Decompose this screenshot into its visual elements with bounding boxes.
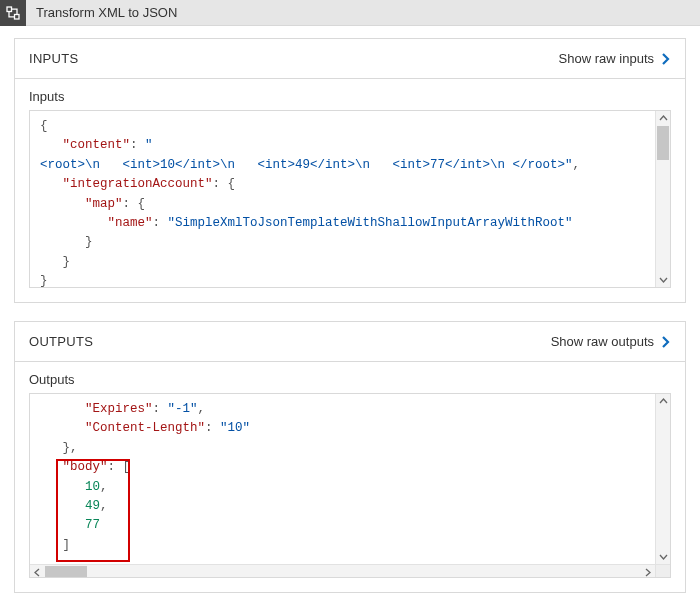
outputs-horizontal-scrollbar[interactable] [30,564,670,578]
outputs-panel-title: OUTPUTS [29,334,93,349]
chevron-right-icon [660,335,671,349]
scroll-down-arrow-icon[interactable] [656,272,670,287]
window-title: Transform XML to JSON [26,5,177,20]
scroll-up-arrow-icon[interactable] [656,394,670,409]
inputs-panel-title: INPUTS [29,51,78,66]
outputs-panel-body: Outputs "Expires": "-1", "Content-Length… [15,362,685,592]
content-area: INPUTS Show raw inputs Inputs { "content… [0,26,700,593]
scroll-right-arrow-icon[interactable] [640,565,655,578]
svg-rect-0 [7,7,12,12]
show-raw-inputs-label: Show raw inputs [559,51,654,66]
chevron-right-icon [660,52,671,66]
outputs-panel-header: OUTPUTS Show raw outputs [15,322,685,362]
inputs-body-label: Inputs [29,89,671,104]
inputs-panel: INPUTS Show raw inputs Inputs { "content… [14,38,686,303]
scrollbar-corner [655,565,670,578]
svg-rect-1 [15,14,20,19]
scrollbar-thumb[interactable] [45,566,87,578]
title-bar: Transform XML to JSON [0,0,700,26]
scroll-down-arrow-icon[interactable] [656,549,670,564]
scrollbar-thumb[interactable] [657,126,669,160]
inputs-code-box[interactable]: { "content": " <root>\n <int>10</int>\n … [29,110,671,288]
outputs-vertical-scrollbar[interactable] [655,394,670,564]
scroll-up-arrow-icon[interactable] [656,111,670,126]
outputs-code-content: "Expires": "-1", "Content-Length": "10" … [30,394,670,561]
inputs-panel-body: Inputs { "content": " <root>\n <int>10</… [15,79,685,302]
show-raw-outputs-link[interactable]: Show raw outputs [551,334,671,349]
show-raw-outputs-label: Show raw outputs [551,334,654,349]
inputs-panel-header: INPUTS Show raw inputs [15,39,685,79]
inputs-vertical-scrollbar[interactable] [655,111,670,287]
outputs-panel: OUTPUTS Show raw outputs Outputs "Expire… [14,321,686,593]
outputs-code-box[interactable]: "Expires": "-1", "Content-Length": "10" … [29,393,671,578]
transform-icon [0,0,26,26]
outputs-body-label: Outputs [29,372,671,387]
inputs-code-content: { "content": " <root>\n <int>10</int>\n … [30,111,670,288]
scroll-left-arrow-icon[interactable] [30,565,45,578]
show-raw-inputs-link[interactable]: Show raw inputs [559,51,671,66]
